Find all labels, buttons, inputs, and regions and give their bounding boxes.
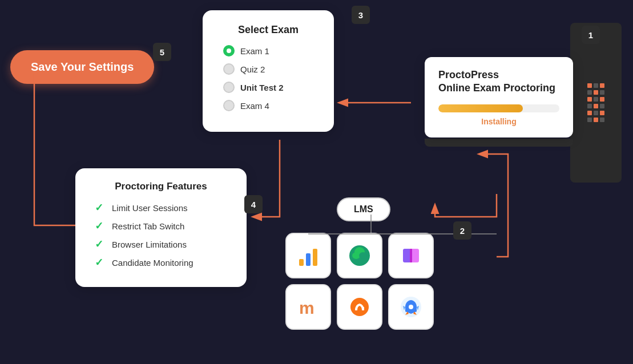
- step-badge-2: 2: [453, 221, 471, 240]
- step-badge-4: 4: [244, 195, 263, 213]
- progress-fill: [438, 104, 523, 112]
- feature-item-3: ✓ Browser Limitations: [92, 238, 229, 250]
- lms-app-analytics: [285, 233, 331, 278]
- exam-option-1[interactable]: Exam 1: [223, 45, 313, 56]
- server-dot: [587, 104, 592, 108]
- svg-point-13: [350, 298, 369, 316]
- laptop-wrapper: ProctoPress Online Exam Proctoring Insta…: [425, 57, 573, 147]
- server-dot: [600, 118, 604, 122]
- lms-app-rocket: [388, 284, 434, 330]
- server-dot: [600, 111, 604, 115]
- lms-label: LMS: [337, 197, 390, 221]
- main-canvas: 1 2 3 4 5 Save Your Settings Select Exam…: [0, 0, 633, 364]
- svg-rect-2: [299, 259, 304, 266]
- radio-exam1[interactable]: [223, 45, 235, 56]
- svg-text:m: m: [299, 298, 315, 317]
- select-exam-card: Select Exam Exam 1 Quiz 2 Unit Test 2 Ex…: [203, 10, 334, 132]
- svg-rect-9: [403, 249, 411, 262]
- exam-option-1-label: Exam 1: [240, 46, 269, 56]
- server-dot: [587, 83, 592, 88]
- feature-item-1: ✓ Limit User Sessions: [92, 201, 229, 214]
- server-dot: [600, 90, 604, 95]
- svg-point-16: [409, 305, 413, 309]
- exam-option-3[interactable]: Unit Test 2: [223, 82, 313, 93]
- lms-app-readbooks: [388, 233, 434, 278]
- server-dot: [600, 104, 604, 108]
- feature-item-4: ✓ Candidate Monitoring: [92, 256, 229, 269]
- laptop-screen: ProctoPress Online Exam Proctoring Insta…: [425, 57, 573, 137]
- exam-option-4[interactable]: Exam 4: [223, 100, 313, 111]
- step-badge-1: 1: [582, 26, 600, 44]
- exam-option-2-label: Quiz 2: [240, 64, 265, 74]
- server-dot: [587, 97, 592, 102]
- svg-rect-4: [313, 249, 317, 266]
- step-badge-3: 3: [352, 6, 370, 24]
- svg-rect-11: [410, 249, 412, 262]
- lms-app-bonsai: [337, 233, 382, 278]
- svg-rect-14: [362, 307, 364, 310]
- server-device: [570, 23, 622, 183]
- radio-quiz2[interactable]: [223, 63, 235, 75]
- app-title: ProctoPress Online Exam Proctoring: [438, 68, 559, 95]
- server-dot: [587, 111, 592, 115]
- server-dot: [600, 97, 604, 102]
- progress-bar: [438, 104, 559, 112]
- feature-label-1: Limit User Sessions: [112, 203, 188, 213]
- svg-rect-3: [306, 253, 311, 266]
- svg-rect-10: [411, 249, 419, 262]
- lms-app-moodle-m: m: [285, 284, 331, 330]
- exam-option-4-label: Exam 4: [240, 101, 269, 111]
- server-dot: [600, 83, 604, 88]
- server-dot: [594, 104, 598, 108]
- feature-label-4: Candidate Monitoring: [112, 258, 193, 268]
- server-dot: [587, 90, 592, 95]
- svg-point-7: [352, 252, 360, 259]
- feature-label-3: Browser Limitations: [112, 240, 187, 249]
- server-dot: [594, 111, 598, 115]
- installing-label: Installing: [438, 117, 559, 126]
- check-icon-2: ✓: [92, 220, 105, 232]
- lms-apps-grid: m: [285, 233, 434, 330]
- exam-option-2[interactable]: Quiz 2: [223, 63, 313, 75]
- check-icon-3: ✓: [92, 238, 105, 250]
- features-heading: Proctoring Features: [92, 181, 229, 192]
- laptop-base: [425, 139, 573, 147]
- save-settings-button[interactable]: Save Your Settings: [10, 50, 154, 84]
- feature-label-2: Restrict Tab Switch: [112, 221, 184, 231]
- server-dot: [594, 118, 598, 122]
- select-exam-heading: Select Exam: [223, 24, 313, 36]
- server-dot: [594, 90, 598, 95]
- server-dot: [587, 118, 592, 122]
- server-dot: [594, 97, 598, 102]
- check-icon-1: ✓: [92, 201, 105, 214]
- svg-point-8: [359, 252, 367, 259]
- radio-exam4[interactable]: [223, 100, 235, 111]
- feature-item-2: ✓ Restrict Tab Switch: [92, 220, 229, 232]
- check-icon-4: ✓: [92, 256, 105, 269]
- exam-option-3-label: Unit Test 2: [240, 83, 284, 92]
- features-card: Proctoring Features ✓ Limit User Session…: [75, 168, 247, 287]
- server-dot: [594, 83, 598, 88]
- step-badge-5: 5: [153, 43, 171, 61]
- radio-unittest2[interactable]: [223, 82, 235, 93]
- lms-app-moodle-orange: [337, 284, 382, 330]
